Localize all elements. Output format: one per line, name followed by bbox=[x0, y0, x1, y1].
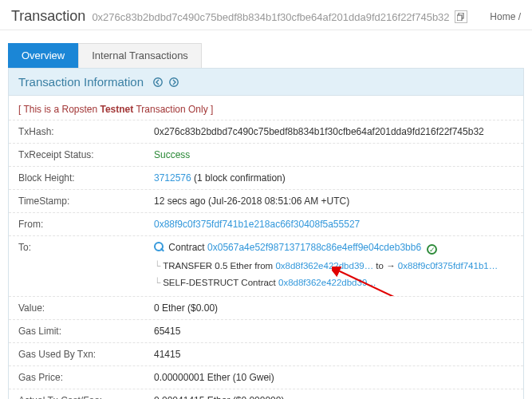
panel-title: Transaction Information bbox=[18, 75, 144, 89]
row-cost: Actual Tx Cost/Fee: 0.00041415 Ether ($0… bbox=[9, 389, 523, 399]
page-header: Transaction 0x276c83b2bdbd7c490c75bedf8b… bbox=[0, 0, 532, 30]
value-gasused: 41415 bbox=[154, 349, 514, 360]
value-block: 3712576 (1 block confirmation) bbox=[154, 172, 514, 184]
value-gaslimit: 65415 bbox=[154, 326, 514, 337]
label-gasprice: Gas Price: bbox=[18, 372, 154, 383]
value-value: 0 Ether ($0.00) bbox=[154, 302, 514, 314]
value-status: Success bbox=[154, 149, 514, 160]
tab-overview[interactable]: Overview bbox=[8, 43, 78, 68]
label-from: From: bbox=[18, 219, 154, 230]
testnet-notice: [ This is a Ropsten Testnet Transaction … bbox=[9, 96, 523, 120]
svg-point-3 bbox=[170, 77, 178, 85]
value-to: Contract 0x0567a4e52f9871371788c86e4eff9… bbox=[154, 242, 514, 290]
value-gasprice: 0.00000001 Ether (10 Gwei) bbox=[154, 372, 514, 383]
label-value: Value: bbox=[18, 302, 154, 314]
breadcrumb[interactable]: Home / bbox=[490, 11, 521, 22]
verified-icon: ✓ bbox=[427, 244, 437, 255]
label-gasused: Gas Used By Txn: bbox=[18, 349, 154, 360]
panel-header: Transaction Information bbox=[9, 69, 523, 96]
copy-icon[interactable] bbox=[455, 10, 467, 23]
label-block: Block Height: bbox=[18, 172, 154, 184]
value-txhash: 0x276c83b2bdbd7c490c75bedf8b834b1f30cfbe… bbox=[154, 126, 514, 137]
row-value: Value: 0 Ether ($0.00) bbox=[9, 296, 523, 319]
row-to: To: Contract 0x0567a4e52f9871371788c86e4… bbox=[9, 235, 523, 296]
transfer-to-link[interactable]: 0x88f9c0f375fdf741b1… bbox=[398, 261, 498, 271]
transaction-panel: Transaction Information [ This is a Rops… bbox=[8, 68, 524, 399]
header-tx-hash: 0x276c83b2bdbd7c490c75bedf8b834b1f30cfbe… bbox=[92, 11, 449, 23]
value-cost: 0.00041415 Ether ($0.000000) bbox=[154, 395, 514, 399]
row-txhash: TxHash: 0x276c83b2bdbd7c490c75bedf8b834b… bbox=[9, 120, 523, 143]
row-block: Block Height: 3712576 (1 block confirmat… bbox=[9, 166, 523, 189]
magnify-icon[interactable] bbox=[154, 242, 164, 252]
page-title: Transaction bbox=[11, 8, 85, 25]
label-timestamp: TimeStamp: bbox=[18, 196, 154, 207]
row-status: TxReceipt Status: Success bbox=[9, 143, 523, 166]
row-gaslimit: Gas Limit: 65415 bbox=[9, 319, 523, 342]
label-to: To: bbox=[18, 242, 154, 290]
row-timestamp: TimeStamp: 12 secs ago (Jul-26-2018 08:5… bbox=[9, 189, 523, 212]
label-gaslimit: Gas Limit: bbox=[18, 326, 154, 337]
tab-internal-transactions[interactable]: Internal Transactions bbox=[78, 43, 202, 68]
label-cost: Actual Tx Cost/Fee: bbox=[18, 395, 154, 399]
selfdestruct-link[interactable]: 0x8d8f362e422dbd39… bbox=[278, 278, 376, 287]
label-status: TxReceipt Status: bbox=[18, 149, 154, 160]
tabs: Overview Internal Transactions bbox=[8, 43, 524, 68]
internal-transfers: └TRANSFER 0.5 Ether from 0x8d8f362e422db… bbox=[154, 258, 514, 290]
prev-tx-icon[interactable] bbox=[152, 76, 164, 89]
row-gasprice: Gas Price: 0.00000001 Ether (10 Gwei) bbox=[9, 365, 523, 389]
value-from[interactable]: 0x88f9c0f375fdf741b1e218ac66f30408f5a555… bbox=[154, 219, 514, 230]
block-link[interactable]: 3712576 bbox=[154, 172, 191, 184]
transfer-from-link[interactable]: 0x8d8f362e422dbd39… bbox=[275, 261, 373, 271]
next-tx-icon[interactable] bbox=[167, 76, 180, 89]
svg-point-2 bbox=[154, 77, 162, 85]
row-gasused: Gas Used By Txn: 41415 bbox=[9, 342, 523, 365]
label-txhash: TxHash: bbox=[18, 126, 154, 137]
row-from: From: 0x88f9c0f375fdf741b1e218ac66f30408… bbox=[9, 212, 523, 235]
contract-link[interactable]: 0x0567a4e52f9871371788c86e4eff9e04cdeb3b… bbox=[207, 242, 421, 253]
svg-rect-1 bbox=[457, 15, 462, 21]
value-timestamp: 12 secs ago (Jul-26-2018 08:51:06 AM +UT… bbox=[154, 196, 514, 207]
